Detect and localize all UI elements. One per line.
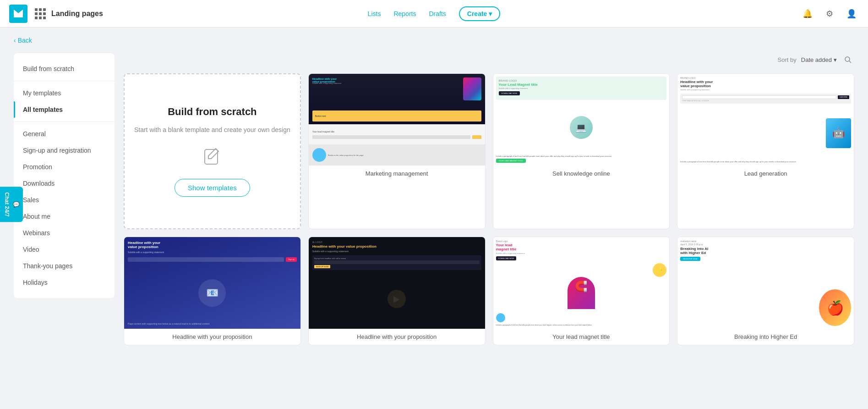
page-wrapper: ‹ Back Build from scratch My templates A… [0, 28, 868, 354]
svg-point-0 [845, 57, 850, 61]
template-card-dark-panel[interactable]: AL LOGO Headline with your value proposi… [308, 237, 486, 345]
grid-menu-icon[interactable] [33, 6, 48, 21]
template-label-lead-gen: Lead generation [677, 166, 854, 182]
sidebar-divider-2 [14, 122, 115, 122]
chevron-down-icon: ▾ [489, 10, 492, 17]
nav-drafts[interactable]: Drafts [429, 10, 446, 17]
nav-lists[interactable]: Lists [368, 10, 381, 17]
sidebar: Build from scratch My templates All temp… [14, 53, 115, 298]
back-arrow-icon: ‹ [14, 37, 16, 44]
sidebar-item-build-scratch[interactable]: Build from scratch [14, 61, 115, 77]
template-preview-headline: Headline with yourvalue proposition Subt… [124, 237, 300, 329]
template-label-headline: Headline with your proposition [124, 329, 300, 345]
create-button[interactable]: Create ▾ [459, 6, 501, 21]
sidebar-item-promotion[interactable]: Promotion [14, 159, 115, 175]
sort-dropdown[interactable]: Date added ▾ [801, 56, 837, 63]
show-templates-button[interactable]: Show templates [175, 179, 250, 197]
notifications-icon[interactable]: 🔔 [800, 6, 815, 21]
sidebar-item-holidays[interactable]: Holidays [14, 274, 115, 291]
template-card-lead-gen[interactable]: BRAND LOGO Headline with yourvalue propo… [677, 73, 854, 229]
template-card-sell[interactable]: BRAND LOGO Your Lead Magnet title Subtit… [493, 73, 670, 229]
user-icon[interactable]: 👤 [844, 6, 859, 21]
templates-grid: Build from scratch Start with a blank te… [124, 73, 854, 345]
sidebar-item-sales[interactable]: Sales [14, 192, 115, 208]
template-label-sell: Sell knowledge online [493, 166, 670, 182]
svg-rect-2 [205, 149, 218, 164]
chat-widget[interactable]: 💬 Chat 24/7 [0, 187, 23, 222]
sidebar-divider-1 [14, 81, 115, 81]
settings-icon[interactable]: ⚙ [822, 6, 837, 21]
main-nav: Lists Reports Drafts Create ▾ [368, 6, 501, 21]
template-card-headline[interactable]: Headline with yourvalue proposition Subt… [124, 237, 301, 345]
sidebar-item-downloads[interactable]: Downloads [14, 175, 115, 192]
template-label-dark-panel: Headline with your proposition [309, 329, 485, 345]
scratch-card[interactable]: Build from scratch Start with a blank te… [124, 73, 301, 229]
sidebar-item-signup[interactable]: Sign-up and registration [14, 142, 115, 159]
sidebar-item-video[interactable]: Video [14, 241, 115, 258]
header: Landing pages Lists Reports Drafts Creat… [0, 0, 868, 28]
template-label-magnet: Your lead magnet title [493, 329, 670, 345]
main-content: Sort by Date added ▾ Build from scratch [124, 53, 854, 345]
back-link[interactable]: ‹ Back [14, 37, 854, 44]
nav-reports[interactable]: Reports [393, 10, 416, 17]
template-preview-marketing: Headline with yourvalue proposition Subt… [309, 74, 485, 166]
template-card-breaking[interactable]: Institution name April 5, 2019 2:00 p.m.… [677, 237, 854, 345]
template-preview-sell: BRAND LOGO Your Lead Magnet title Subtit… [493, 74, 670, 166]
template-preview-magnet: Brand Logo Your leadmagnet title Subtitl… [493, 237, 670, 329]
edit-icon [201, 146, 223, 170]
template-label-breaking: Breaking into Higher Ed [677, 329, 854, 345]
sidebar-item-webinars[interactable]: Webinars [14, 225, 115, 241]
sidebar-item-my-templates[interactable]: My templates [14, 85, 115, 101]
template-preview-lead-gen: BRAND LOGO Headline with yourvalue propo… [677, 74, 854, 166]
header-actions: 🔔 ⚙ 👤 [800, 6, 859, 21]
sort-arrow-icon: ▾ [834, 56, 837, 63]
template-preview-breaking: Institution name April 5, 2019 2:00 p.m.… [677, 237, 854, 329]
sidebar-item-general[interactable]: General [14, 126, 115, 142]
template-card-magnet[interactable]: Brand Logo Your leadmagnet title Subtitl… [493, 237, 670, 345]
sidebar-item-thank-you[interactable]: Thank-you pages [14, 258, 115, 274]
logo [9, 5, 27, 23]
template-label-marketing: Marketing management [309, 166, 485, 182]
content-area: Build from scratch My templates All temp… [14, 53, 854, 345]
sidebar-item-about-me[interactable]: About me [14, 208, 115, 225]
template-card-marketing[interactable]: Headline with yourvalue proposition Subt… [308, 73, 486, 229]
search-button[interactable] [841, 53, 854, 66]
sort-bar: Sort by Date added ▾ [124, 53, 854, 66]
svg-line-1 [849, 61, 851, 63]
template-preview-dark-panel: AL LOGO Headline with your value proposi… [309, 237, 485, 329]
chat-icon: 💬 [13, 201, 19, 208]
sidebar-item-all-templates[interactable]: All templates [14, 101, 115, 118]
